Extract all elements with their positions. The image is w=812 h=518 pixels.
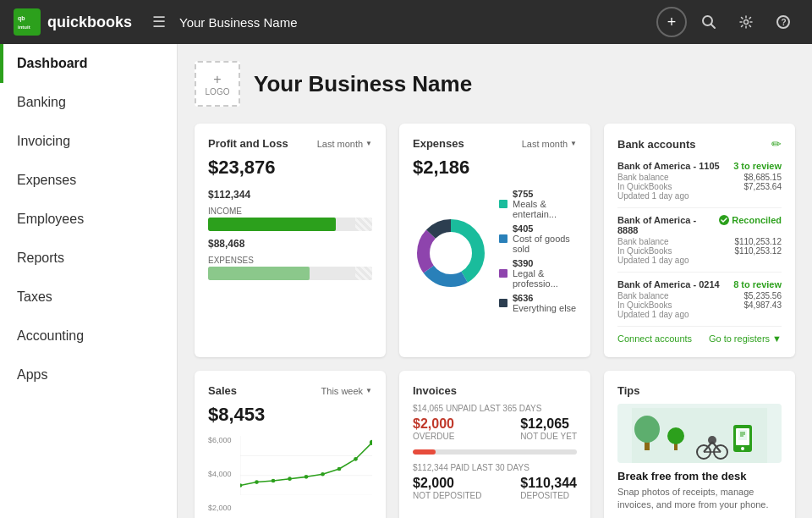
sales-chart-container: $6,000 $4,000 $2,000: [208, 436, 372, 518]
expenses-donut-chart: [413, 215, 489, 291]
legend-dot-0: [499, 200, 508, 208]
expense-bar-track: [208, 267, 372, 280]
bank-balance-value-2: $5,235.56: [744, 291, 782, 300]
sidebar-item-dashboard[interactable]: Dashboard: [0, 44, 177, 83]
svg-rect-0: [15, 10, 39, 34]
income-bar-hatch: [355, 218, 372, 231]
sidebar-label-accounting: Accounting: [17, 328, 84, 344]
svg-point-19: [255, 480, 259, 484]
invoices-notdeposited-group: $2,000 NOT DEPOSITED: [413, 476, 482, 500]
pnl-period[interactable]: Last month: [317, 139, 372, 149]
tips-card-desc: Snap photos of receipts, manage invoices…: [617, 486, 782, 512]
invoices-overdue-amount: $2,000: [413, 416, 454, 432]
sales-period[interactable]: This week: [321, 386, 372, 396]
tips-card: Tips: [604, 371, 795, 518]
income-bar-fill: [208, 218, 336, 231]
expense-label: EXPENSES: [208, 256, 254, 265]
sidebar-item-employees[interactable]: Employees: [0, 200, 177, 239]
legend-dot-3: [499, 299, 508, 307]
sidebar-item-banking[interactable]: Banking: [0, 83, 177, 122]
sidebar-item-accounting[interactable]: Accounting: [0, 317, 177, 355]
sidebar-label-banking: Banking: [17, 95, 66, 110]
connect-accounts-link[interactable]: Connect accounts: [617, 333, 692, 344]
bank-qb-label-0: In QuickBooks: [617, 182, 672, 191]
invoices-unpaid-section: $14,065 UNPAID LAST 365 DAYS $2,000 OVER…: [413, 404, 577, 441]
sales-y-6000: $6,000: [208, 436, 232, 444]
logo-upload[interactable]: + LOGO: [195, 61, 240, 107]
svg-point-12: [434, 236, 468, 270]
svg-point-31: [667, 427, 684, 444]
tips-header: Tips: [617, 384, 782, 397]
svg-rect-41: [738, 430, 747, 440]
bank-status-0[interactable]: 3 to review: [733, 161, 782, 171]
invoices-notdeposited-label: NOT DEPOSITED: [413, 491, 482, 500]
bank-balance-label-1: Bank balance: [617, 237, 669, 246]
bank-accounts-card: Bank accounts ✏ Bank of America - 1105 3…: [604, 124, 795, 357]
bank-qb-label-2: In QuickBooks: [617, 300, 672, 310]
invoices-overdue-group: $2,000 OVERDUE: [413, 416, 454, 441]
expenses-header: Expenses Last month: [413, 137, 577, 150]
bank-account-header-1: Bank of America - 8888 Reconciled: [617, 215, 782, 235]
tips-svg: [632, 408, 767, 463]
expense-bar-hatch: [355, 267, 372, 280]
invoices-notdeposited-amount: $2,000: [413, 476, 482, 491]
bank-account-header-0: Bank of America - 1105 3 to review: [617, 161, 782, 171]
invoices-unpaid-label: $14,065 UNPAID LAST 365 DAYS: [413, 404, 577, 413]
bank-updated-1: Updated 1 day ago: [617, 256, 782, 265]
bank-updated-2: Updated 1 day ago: [617, 310, 782, 319]
sidebar-item-invoicing[interactable]: Invoicing: [0, 122, 177, 161]
add-button[interactable]: +: [656, 7, 687, 37]
invoices-overdue-label: OVERDUE: [413, 432, 454, 441]
svg-point-29: [634, 416, 660, 443]
legend-label-1: Cost of goods sold: [513, 234, 577, 254]
legend-dot-2: [499, 269, 508, 278]
tips-card-title: Break free from the desk: [617, 470, 782, 482]
bank-qb-value-2: $4,987.43: [744, 300, 782, 310]
sidebar-label-apps: Apps: [17, 367, 47, 383]
settings-button[interactable]: [731, 7, 761, 37]
expense-bar-row: $88,468 EXPENSES: [208, 238, 372, 280]
svg-line-4: [711, 25, 716, 29]
expenses-content: $755 Meals & entertain... $405 Cost of g…: [413, 189, 577, 317]
legend-content-2: $390 Legal & professio...: [513, 258, 577, 289]
business-title: Your Business Name: [254, 71, 472, 97]
top-navigation: qb intuit quickbooks ☰ Your Business Nam…: [0, 0, 812, 44]
income-value: $112,344: [208, 189, 250, 201]
invoices-card: Invoices $14,065 UNPAID LAST 365 DAYS $2…: [399, 371, 590, 518]
svg-point-23: [321, 472, 325, 477]
expenses-title: Expenses: [413, 137, 464, 150]
svg-point-40: [741, 447, 744, 450]
svg-point-24: [337, 467, 342, 471]
bank-balance-label-0: Bank balance: [617, 173, 669, 182]
legend-label-3: Everything else: [513, 303, 576, 313]
legend-value-0: $755: [513, 189, 577, 199]
bank-balance-value-0: $8,685.15: [744, 173, 782, 182]
income-label: INCOME: [208, 207, 242, 216]
logo-area: qb intuit quickbooks: [14, 8, 132, 36]
sidebar-item-expenses[interactable]: Expenses: [0, 161, 177, 200]
search-button[interactable]: [694, 7, 724, 37]
nav-business-name: Your Business Name: [179, 15, 643, 30]
nav-icons-group: + ?: [656, 7, 798, 37]
menu-toggle[interactable]: ☰: [152, 13, 166, 31]
app-layout: Dashboard Banking Invoicing Expenses Emp…: [0, 44, 812, 518]
sidebar-item-reports[interactable]: Reports: [0, 239, 177, 278]
go-to-registers-link[interactable]: Go to registers ▼: [709, 333, 782, 344]
svg-point-22: [304, 475, 309, 479]
main-content: + LOGO Your Business Name Profit and Los…: [178, 44, 812, 518]
bank-edit-icon[interactable]: ✏: [771, 137, 782, 151]
sidebar-item-apps[interactable]: Apps: [0, 355, 177, 394]
expenses-period[interactable]: Last month: [522, 139, 577, 149]
sidebar-label-employees: Employees: [17, 212, 84, 227]
bank-qb-label-1: In QuickBooks: [617, 246, 672, 256]
bank-balance-value-1: $110,253.12: [734, 237, 782, 246]
legend-value-3: $636: [513, 293, 576, 303]
help-button[interactable]: ?: [768, 7, 798, 37]
invoices-title: Invoices: [413, 384, 457, 397]
sidebar-label-taxes: Taxes: [17, 289, 52, 305]
business-header: + LOGO Your Business Name: [195, 61, 795, 107]
bank-balance-row-0: Bank balance $8,685.15: [617, 173, 782, 182]
logo-plus-icon: +: [213, 72, 221, 87]
bank-status-2[interactable]: 8 to review: [733, 279, 782, 289]
sidebar-item-taxes[interactable]: Taxes: [0, 278, 177, 317]
